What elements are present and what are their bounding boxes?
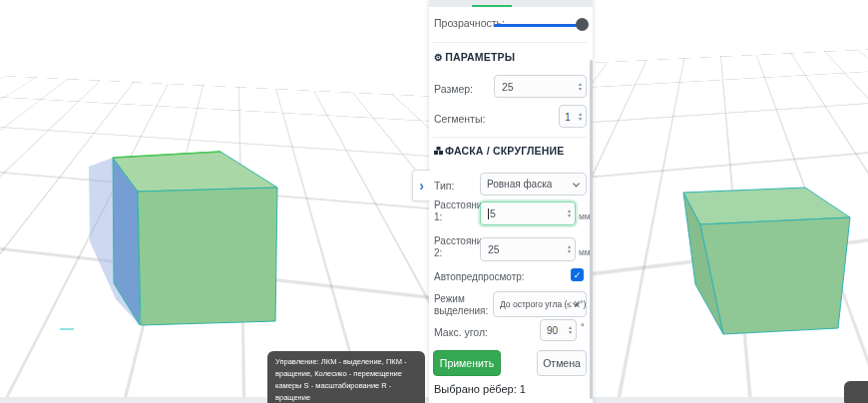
cubes-icon xyxy=(434,147,443,156)
corner-tooltip xyxy=(844,381,868,403)
transparency-slider[interactable] xyxy=(494,24,587,27)
segments-input[interactable]: 1 ▴ ▾ xyxy=(559,105,587,128)
distance1-unit: мм xyxy=(579,211,591,221)
gear-icon: ⚙ xyxy=(434,52,443,63)
size-input[interactable]: 25 ▴ ▾ xyxy=(494,75,587,98)
selection-mode-label: Режим выделения: xyxy=(434,293,484,317)
cube-right[interactable] xyxy=(593,0,868,403)
panel-expand-button[interactable]: › xyxy=(412,170,430,202)
stepper-down-icon[interactable]: ▾ xyxy=(568,249,571,254)
max-angle-stepper[interactable]: ▴ ▾ xyxy=(569,325,572,335)
transparency-slider-handle[interactable] xyxy=(576,18,589,31)
selected-edges-status: Выбрано рёбер: 1 xyxy=(434,383,526,395)
active-tab-indicator xyxy=(472,5,512,7)
divider xyxy=(433,42,587,43)
distance1-stepper[interactable]: ▴ ▾ xyxy=(568,208,571,218)
cube-front-face[interactable] xyxy=(700,217,850,334)
divider xyxy=(433,137,587,138)
distance2-unit: мм xyxy=(579,247,591,257)
selection-mode-select[interactable]: До острого угла (≤ X°) xyxy=(493,291,587,317)
panel-tabbar[interactable] xyxy=(429,0,593,7)
panel-scrollbar[interactable] xyxy=(590,60,593,399)
stepper-down-icon[interactable]: ▾ xyxy=(579,117,582,122)
cancel-button[interactable]: Отмена xyxy=(537,350,587,376)
cube-left[interactable] xyxy=(0,0,429,403)
distance2-label: Расстояние 2: xyxy=(434,235,482,259)
chamfer-type-select[interactable]: Ровная фаска xyxy=(480,173,587,196)
chevron-right-icon: › xyxy=(419,178,424,194)
segments-label: Сегменты: xyxy=(434,113,485,126)
max-angle-input[interactable]: 90 ▴ ▾ xyxy=(540,319,577,341)
controls-tooltip: Управление: ЛКМ - выделение, ПКМ - враще… xyxy=(267,351,425,403)
parameters-section-title: ⚙ ПАРАМЕТРЫ xyxy=(434,51,515,63)
stepper-down-icon[interactable]: ▾ xyxy=(579,87,582,92)
autopreview-label: Автопредпросмотр: xyxy=(434,271,525,283)
cube-front-face[interactable] xyxy=(138,188,277,325)
axis-marker xyxy=(60,328,74,330)
distance2-input[interactable]: 25 ▴ ▾ xyxy=(480,237,576,261)
text-caret xyxy=(488,208,489,219)
cube-top-face[interactable] xyxy=(113,152,277,192)
distance1-label: Расстояние 1: xyxy=(434,200,482,223)
max-angle-label: Макс. угол: xyxy=(434,326,488,339)
size-stepper[interactable]: ▴ ▾ xyxy=(579,82,582,92)
distance1-input[interactable]: 5 ▴ ▾ xyxy=(480,202,576,225)
settings-panel: Прозрачность: ⚙ ПАРАМЕТРЫ Размер: 25 ▴ ▾… xyxy=(429,0,593,403)
stepper-down-icon[interactable]: ▾ xyxy=(568,213,571,218)
type-label: Тип: xyxy=(434,180,454,193)
autopreview-checkbox[interactable]: ✓ xyxy=(571,268,584,281)
chamfer-section-title: ФАСКА / СКРУГЛЕНИЕ xyxy=(434,145,565,157)
apply-button[interactable]: Применить xyxy=(433,350,501,376)
segments-stepper[interactable]: ▴ ▾ xyxy=(579,112,582,122)
stepper-down-icon[interactable]: ▾ xyxy=(569,330,572,335)
viewport-right[interactable] xyxy=(593,0,868,403)
size-label: Размер: xyxy=(434,83,473,96)
distance2-stepper[interactable]: ▴ ▾ xyxy=(568,244,571,254)
viewport-left[interactable]: Управление: ЛКМ - выделение, ПКМ - враще… xyxy=(0,0,429,403)
max-angle-unit: ° xyxy=(581,322,585,332)
check-icon: ✓ xyxy=(574,270,582,280)
chevron-down-icon xyxy=(573,180,580,187)
